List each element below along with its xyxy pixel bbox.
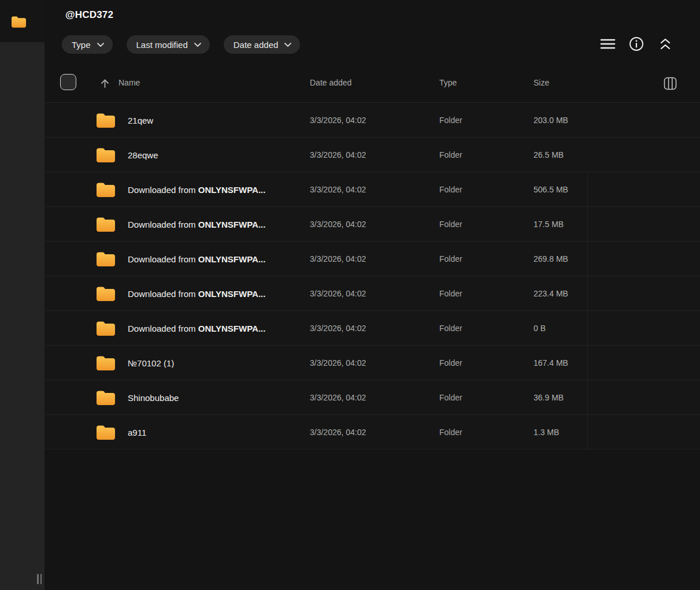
type-cell: Folder [439,324,462,333]
file-name: Downloaded from ONLYNSFWPA... [128,219,265,229]
collapse-up-button[interactable] [657,36,673,52]
column-header-date-added[interactable]: Date added [310,78,351,87]
folder-icon [97,390,115,405]
folder-icon [97,251,115,266]
table-row[interactable]: a911 3/3/2026, 04:02 Folder 1.3 MB [45,415,700,450]
filter-last-modified[interactable]: Last modified [127,35,210,54]
type-cell: Folder [439,116,462,125]
chevron-down-icon [284,43,291,47]
type-cell: Folder [439,393,462,402]
folder-icon [12,16,26,28]
file-manager-window: @HCD372 Type Last modified Date added [0,0,700,590]
type-cell: Folder [439,358,462,368]
file-name: Downloaded from ONLYNSFWPA... [128,323,265,333]
date-added-cell: 3/3/2026, 04:02 [310,254,366,264]
file-name: 21qew [128,115,153,125]
filter-type-label: Type [72,40,91,50]
size-cell: 0 B [534,324,546,333]
sort-direction-button[interactable] [98,77,111,90]
file-name: Downloaded from ONLYNSFWPA... [128,184,265,194]
info-icon [629,36,644,51]
size-cell: 17.5 MB [534,220,564,229]
filter-date-added[interactable]: Date added [224,35,301,54]
date-added-cell: 3/3/2026, 04:02 [310,150,366,159]
date-added-cell: 3/3/2026, 04:02 [310,358,366,368]
table-row[interactable]: Shinobubabe 3/3/2026, 04:02 Folder 36.9 … [45,380,700,415]
folder-icon [97,355,115,370]
file-name: Downloaded from ONLYNSFWPA... [128,288,265,298]
size-cell: 36.9 MB [534,393,564,402]
file-name: a911 [128,427,146,437]
size-cell: 506.5 MB [534,185,568,194]
file-name: 28eqwe [128,150,158,159]
columns-icon [664,77,677,90]
type-cell: Folder [439,254,462,264]
date-added-cell: 3/3/2026, 04:02 [310,289,366,298]
file-list: 21qew 3/3/2026, 04:02 Folder 203.0 MB 28… [45,103,700,450]
table-header: Name Date added Type Size [45,68,700,103]
size-cell: 26.5 MB [534,150,564,159]
date-added-cell: 3/3/2026, 04:02 [310,324,366,333]
file-name: Shinobubabe [128,392,179,402]
table-row[interactable]: 28eqwe 3/3/2026, 04:02 Folder 26.5 MB [45,138,700,172]
info-button[interactable] [628,36,645,52]
collapse-up-icon [658,38,672,50]
sidebar [0,0,45,590]
folder-icon [97,182,115,197]
size-cell: 269.8 MB [534,254,568,264]
folder-icon [97,321,115,336]
type-cell: Folder [439,220,462,229]
sidebar-item-files[interactable] [0,0,45,42]
list-view-icon [600,38,616,50]
date-added-cell: 3/3/2026, 04:02 [310,185,366,194]
toolbar-actions [599,36,673,52]
date-added-cell: 3/3/2026, 04:02 [310,220,366,229]
type-cell: Folder [439,185,462,194]
column-header-name[interactable]: Name [118,78,140,87]
folder-icon [97,425,115,440]
page-title: @HCD372 [65,9,113,21]
sort-ascending-icon [100,79,110,88]
date-added-cell: 3/3/2026, 04:02 [310,393,366,402]
filter-bar: Type Last modified Date added [62,35,300,54]
sidebar-resize-grip-icon[interactable] [37,574,42,584]
list-view-button[interactable] [599,36,616,52]
folder-icon [97,147,115,162]
type-cell: Folder [439,150,462,159]
columns-settings-button[interactable] [662,76,677,91]
file-name: №70102 (1) [128,358,174,368]
table-row[interactable]: 21qew 3/3/2026, 04:02 Folder 203.0 MB [45,103,700,138]
size-cell: 223.4 MB [534,289,568,298]
table-row[interactable]: Downloaded from ONLYNSFWPA... 3/3/2026, … [45,242,700,276]
column-header-type[interactable]: Type [439,78,457,87]
folder-icon [97,113,115,128]
folder-icon [97,217,115,232]
table-row[interactable]: №70102 (1) 3/3/2026, 04:02 Folder 167.4 … [45,346,700,380]
type-cell: Folder [439,289,462,298]
table-row[interactable]: Downloaded from ONLYNSFWPA... 3/3/2026, … [45,276,700,311]
date-added-cell: 3/3/2026, 04:02 [310,428,366,437]
column-header-size[interactable]: Size [534,78,549,87]
select-all-checkbox[interactable] [60,74,76,90]
filter-type[interactable]: Type [62,35,113,54]
size-cell: 203.0 MB [534,116,568,125]
file-name: Downloaded from ONLYNSFWPA... [128,254,265,264]
folder-icon [97,286,115,301]
filter-last-modified-label: Last modified [136,40,188,50]
chevron-down-icon [194,43,201,47]
table-row[interactable]: Downloaded from ONLYNSFWPA... 3/3/2026, … [45,172,700,207]
type-cell: Folder [439,428,462,437]
table-row[interactable]: Downloaded from ONLYNSFWPA... 3/3/2026, … [45,207,700,242]
filter-date-added-label: Date added [234,40,279,50]
chevron-down-icon [97,43,104,47]
date-added-cell: 3/3/2026, 04:02 [310,116,366,125]
size-cell: 1.3 MB [534,428,559,437]
size-cell: 167.4 MB [534,358,568,368]
table-row[interactable]: Downloaded from ONLYNSFWPA... 3/3/2026, … [45,311,700,346]
